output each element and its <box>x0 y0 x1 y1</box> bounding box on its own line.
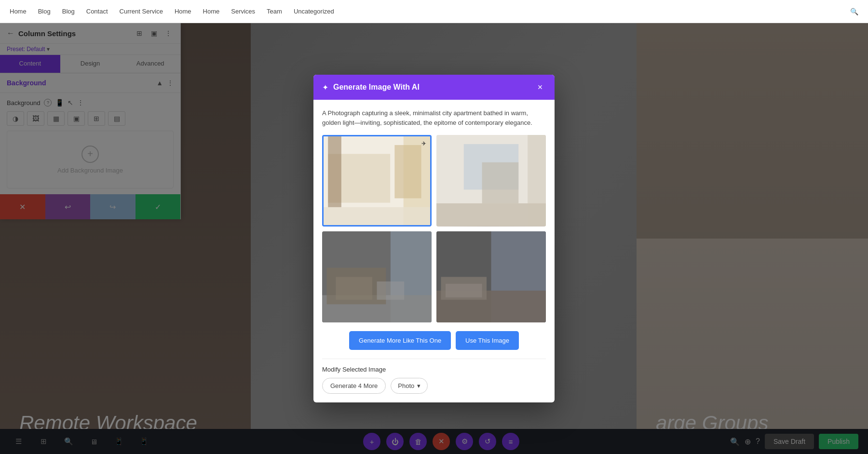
top-navigation: Home Blog Blog Contact Current Service H… <box>0 0 868 23</box>
svg-rect-22 <box>446 283 482 297</box>
modal-title: Generate Image With AI <box>333 83 529 92</box>
chevron-down-icon: ▾ <box>417 382 420 389</box>
svg-rect-11 <box>528 135 546 226</box>
use-image-button[interactable]: Use This Image <box>456 331 519 350</box>
nav-team[interactable]: Team <box>267 8 282 15</box>
modal-header: ✦ Generate Image With AI × <box>313 75 555 100</box>
svg-rect-4 <box>324 207 430 225</box>
modify-label: Modify Selected Image <box>322 366 546 373</box>
modify-controls: Generate 4 More Photo ▾ <box>322 378 546 394</box>
nav-blog-1[interactable]: Blog <box>38 8 51 15</box>
svg-rect-6 <box>328 136 341 207</box>
modify-section: Modify Selected Image Generate 4 More Ph… <box>322 359 546 394</box>
cursor-overlay-icon: ✈ <box>421 140 426 147</box>
generate-4-more-button[interactable]: Generate 4 More <box>322 378 386 394</box>
modal-close-button[interactable]: × <box>534 81 546 93</box>
image-cell-4[interactable] <box>436 231 546 322</box>
nav-home-2[interactable]: Home <box>175 8 191 15</box>
image-grid: ✈ <box>322 135 546 322</box>
photo-type-select[interactable]: Photo ▾ <box>391 378 428 394</box>
image-cell-2[interactable] <box>436 135 546 226</box>
nav-current-service[interactable]: Current Service <box>120 8 163 15</box>
nav-home-1[interactable]: Home <box>10 8 27 15</box>
svg-rect-17 <box>377 281 405 300</box>
svg-rect-16 <box>336 277 372 299</box>
generate-image-modal: ✦ Generate Image With AI × A Photograph … <box>313 75 555 402</box>
nav-blog-2[interactable]: Blog <box>62 8 75 15</box>
photo-option-label: Photo <box>398 382 414 389</box>
prompt-text: A Photograph capturing a sleek, minimali… <box>322 108 546 127</box>
image-cell-3[interactable] <box>322 231 432 322</box>
modal-action-buttons: Generate More Like This One Use This Ima… <box>322 331 546 350</box>
image-cell-1[interactable]: ✈ <box>322 135 432 226</box>
nav-home-3[interactable]: Home <box>203 8 220 15</box>
nav-uncategorized[interactable]: Uncategorized <box>294 8 334 15</box>
nav-services[interactable]: Services <box>231 8 255 15</box>
search-icon[interactable]: 🔍 <box>850 8 858 15</box>
wand-icon: ✦ <box>322 83 328 92</box>
modal-overlay[interactable]: ✦ Generate Image With AI × A Photograph … <box>0 23 868 454</box>
svg-rect-10 <box>482 162 519 203</box>
nav-contact[interactable]: Contact <box>86 8 108 15</box>
generate-more-button[interactable]: Generate More Like This One <box>349 331 451 350</box>
modal-body: A Photograph capturing a sleek, minimali… <box>313 100 555 402</box>
page-content: Remote Workspace arge Groups ← Column Se… <box>0 23 868 454</box>
